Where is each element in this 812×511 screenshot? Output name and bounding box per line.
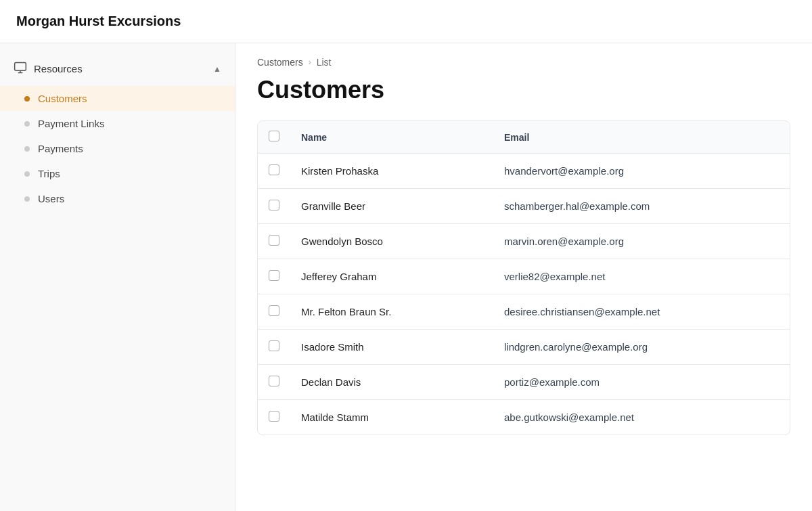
main-content: Customers › List Customers Name Email bbox=[235, 43, 812, 511]
sidebar-item-label-trips: Trips bbox=[38, 168, 60, 179]
customers-table: Name Email Kirsten Prohaskahvandervort@e… bbox=[258, 121, 790, 435]
sidebar-item-trips[interactable]: Trips bbox=[0, 161, 235, 186]
customer-name: Isadore Smith bbox=[290, 330, 493, 365]
app-title: Morgan Hurst Excursions bbox=[16, 14, 181, 29]
row-checkbox-cell-6 bbox=[258, 365, 290, 400]
customer-name: Kirsten Prohaska bbox=[290, 154, 493, 189]
customer-email: schamberger.hal@example.com bbox=[493, 189, 790, 224]
customer-email: lindgren.carolyne@example.org bbox=[493, 330, 790, 365]
row-checkbox-cell-1 bbox=[258, 189, 290, 224]
customer-email: verlie82@example.net bbox=[493, 259, 790, 294]
nav-dot-trips bbox=[24, 171, 30, 177]
customers-table-container: Name Email Kirsten Prohaskahvandervort@e… bbox=[257, 120, 790, 435]
table-row[interactable]: Mr. Felton Braun Sr.desiree.christiansen… bbox=[258, 294, 790, 330]
row-checkbox-1[interactable] bbox=[269, 200, 279, 210]
table-row[interactable]: Jefferey Grahamverlie82@example.net bbox=[258, 259, 790, 294]
row-checkbox-4[interactable] bbox=[269, 305, 279, 316]
table-header-email: Email bbox=[493, 121, 790, 154]
row-checkbox-cell-2 bbox=[258, 224, 290, 259]
table-header-checkbox-col bbox=[258, 121, 290, 154]
row-checkbox-3[interactable] bbox=[269, 270, 279, 281]
customer-email: abe.gutkowski@example.net bbox=[493, 400, 790, 435]
resources-icon bbox=[14, 61, 27, 76]
select-all-checkbox[interactable] bbox=[269, 131, 279, 141]
table-row[interactable]: Declan Davisportiz@example.com bbox=[258, 365, 790, 400]
svg-rect-0 bbox=[15, 63, 26, 71]
breadcrumb-chevron-icon: › bbox=[309, 58, 311, 67]
sidebar-item-payment-links[interactable]: Payment Links bbox=[0, 111, 235, 136]
customer-name: Granville Beer bbox=[290, 189, 493, 224]
page-title: Customers bbox=[257, 76, 790, 104]
table-row[interactable]: Matilde Stammabe.gutkowski@example.net bbox=[258, 400, 790, 435]
row-checkbox-5[interactable] bbox=[269, 340, 279, 351]
sidebar-section-label: Resources bbox=[34, 63, 83, 74]
sidebar-item-customers[interactable]: Customers bbox=[0, 86, 235, 111]
chevron-up-icon: ▲ bbox=[213, 64, 221, 74]
sidebar-item-label-payments: Payments bbox=[38, 143, 83, 154]
table-row[interactable]: Granville Beerschamberger.hal@example.co… bbox=[258, 189, 790, 224]
sidebar-item-label-users: Users bbox=[38, 193, 64, 204]
breadcrumb-parent[interactable]: Customers bbox=[257, 57, 303, 68]
table-body: Kirsten Prohaskahvandervort@example.orgG… bbox=[258, 154, 790, 435]
row-checkbox-6[interactable] bbox=[269, 376, 279, 386]
row-checkbox-2[interactable] bbox=[269, 235, 279, 246]
sidebar-resources-section[interactable]: Resources ▲ bbox=[0, 54, 235, 83]
table-header-row: Name Email bbox=[258, 121, 790, 154]
customer-email: marvin.oren@example.org bbox=[493, 224, 790, 259]
row-checkbox-cell-7 bbox=[258, 400, 290, 435]
row-checkbox-cell-4 bbox=[258, 294, 290, 330]
row-checkbox-cell-5 bbox=[258, 330, 290, 365]
customer-email: hvandervort@example.org bbox=[493, 154, 790, 189]
customer-email: portiz@example.com bbox=[493, 365, 790, 400]
row-checkbox-cell-0 bbox=[258, 154, 290, 189]
nav-dot-customers bbox=[24, 96, 30, 102]
row-checkbox-7[interactable] bbox=[269, 411, 279, 422]
customer-name: Jefferey Graham bbox=[290, 259, 493, 294]
table-row[interactable]: Isadore Smithlindgren.carolyne@example.o… bbox=[258, 330, 790, 365]
customer-email: desiree.christiansen@example.net bbox=[493, 294, 790, 330]
row-checkbox-0[interactable] bbox=[269, 164, 279, 175]
content-area: Customers › List Customers Name Email bbox=[235, 43, 812, 449]
nav-dot-payments bbox=[24, 146, 30, 152]
sidebar-item-label-payment-links: Payment Links bbox=[38, 118, 104, 129]
row-checkbox-cell-3 bbox=[258, 259, 290, 294]
table-header-name: Name bbox=[290, 121, 493, 154]
sidebar-nav: Customers Payment Links Payments Trips U… bbox=[0, 83, 235, 214]
customer-name: Gwendolyn Bosco bbox=[290, 224, 493, 259]
table-row[interactable]: Gwendolyn Boscomarvin.oren@example.org bbox=[258, 224, 790, 259]
customer-name: Matilde Stamm bbox=[290, 400, 493, 435]
breadcrumb: Customers › List bbox=[257, 57, 790, 68]
customer-name: Mr. Felton Braun Sr. bbox=[290, 294, 493, 330]
customer-name: Declan Davis bbox=[290, 365, 493, 400]
sidebar-item-label-customers: Customers bbox=[38, 93, 87, 104]
sidebar: Resources ▲ Customers Payment Links Paym… bbox=[0, 43, 235, 511]
breadcrumb-current: List bbox=[317, 57, 332, 68]
main-layout: Resources ▲ Customers Payment Links Paym… bbox=[0, 43, 812, 511]
nav-dot-users bbox=[24, 196, 30, 202]
sidebar-item-users[interactable]: Users bbox=[0, 186, 235, 211]
nav-dot-payment-links bbox=[24, 121, 30, 127]
app-header: Morgan Hurst Excursions bbox=[0, 0, 812, 43]
sidebar-item-payments[interactable]: Payments bbox=[0, 136, 235, 161]
table-row[interactable]: Kirsten Prohaskahvandervort@example.org bbox=[258, 154, 790, 189]
